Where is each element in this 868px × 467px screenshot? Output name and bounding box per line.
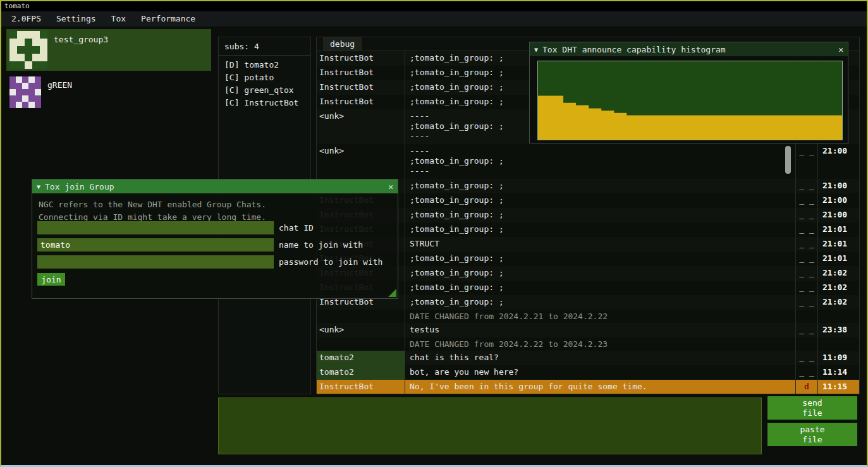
chat-id-label: chat ID — [279, 223, 314, 233]
close-icon[interactable]: ✕ — [382, 182, 393, 191]
chat-sender: <unk> — [317, 144, 405, 179]
chat-id-row: chat ID — [37, 221, 314, 234]
composer-input[interactable] — [218, 397, 762, 454]
group-avatar — [9, 31, 47, 69]
collapse-arrow-icon[interactable]: ▼ — [534, 46, 538, 53]
chat-flags: _ _ — [795, 252, 817, 266]
tab-debug[interactable]: debug — [323, 37, 362, 51]
chat-flags: _ _ — [795, 193, 817, 208]
chat-flags — [795, 310, 817, 323]
join-password-input[interactable] — [37, 255, 274, 269]
chat-timestamp: 21:02 — [817, 295, 859, 310]
chat-timestamp: 21:00 — [817, 144, 859, 179]
menu-bar: 2.0FPSSettingsToxPerformance — [1, 11, 867, 27]
divider — [219, 55, 310, 56]
chat-sender: InstructBot — [317, 66, 405, 80]
chat-message: ;tomato_in_group: ; — [405, 193, 795, 208]
chat-timestamp: 11:15 — [817, 380, 859, 394]
chat-message: ---- ;tomato_in_group: ; ---- — [405, 144, 795, 179]
window-titlebar: tomato — [1, 1, 867, 11]
chat-flags: _ _ — [795, 179, 817, 193]
chat-scrollbar-thumb[interactable] — [785, 146, 791, 174]
chat-flags: _ _ — [795, 295, 817, 310]
close-icon[interactable]: ✕ — [832, 45, 843, 54]
chat-row[interactable]: tomato2chat is this real?_ _11:09 — [317, 351, 859, 365]
chat-message: ;tomato_in_group: ; — [405, 252, 795, 266]
chat-row[interactable]: tomato2bot, are you new here?_ _11:14 — [317, 365, 859, 380]
chat-sender: InstructBot — [317, 51, 405, 66]
chat-timestamp: 21:02 — [817, 281, 859, 295]
chat-message: testus — [405, 323, 795, 337]
chat-message: ;tomato_in_group: ; — [405, 266, 795, 281]
chat-timestamp: 11:14 — [817, 365, 859, 380]
chat-message: ;tomato_in_group: ; — [405, 179, 795, 193]
chat-flags — [795, 337, 817, 351]
join-name-input[interactable] — [37, 238, 274, 252]
chat-timestamp: 21:00 — [817, 179, 859, 193]
chat-message: chat is this real? — [405, 351, 795, 365]
member-list: [D] tomato2[C] potato[C] green_qtox[C] I… — [219, 59, 310, 109]
chat-timestamp: 21:00 — [817, 193, 859, 208]
chat-row[interactable]: DATE CHANGED from 2024.2.21 to 2024.2.22 — [317, 310, 859, 323]
chat-sender: InstructBot — [317, 95, 405, 109]
chat-id-input[interactable] — [37, 221, 274, 234]
chat-row[interactable]: DATE CHANGED from 2024.2.22 to 2024.2.23 — [317, 337, 859, 351]
chat-sender: tomato2 — [317, 351, 405, 365]
menu-item-tox[interactable]: Tox — [104, 11, 133, 27]
member-list-item[interactable]: [D] tomato2 — [219, 59, 310, 71]
join-group-titlebar[interactable]: ▼ Tox join Group ✕ — [32, 179, 398, 193]
chat-flags: _ _ — [795, 281, 817, 295]
chat-sender: <unk> — [317, 109, 405, 144]
chat-sender: InstructBot — [317, 80, 405, 95]
group-item-gREEN[interactable]: gREEN — [6, 75, 211, 110]
dht-histogram-chart — [537, 61, 843, 140]
member-list-item[interactable]: [C] green_qtox — [219, 84, 310, 97]
chat-timestamp — [817, 310, 859, 323]
chat-sender — [317, 337, 405, 351]
join-button[interactable]: join — [37, 273, 65, 286]
chat-message: bot, are you new here? — [405, 365, 795, 380]
chat-sender: tomato2 — [317, 365, 405, 380]
chat-message: ;tomato_in_group: ; — [405, 295, 795, 310]
chat-sender: <unk> — [317, 323, 405, 337]
chat-flags: _ _ — [795, 266, 817, 281]
chat-timestamp: 11:09 — [817, 351, 859, 365]
member-list-item[interactable]: [C] InstructBot — [219, 97, 310, 109]
chat-flags: _ _ — [795, 323, 817, 337]
menu-item-performance[interactable]: Performance — [133, 11, 203, 27]
join-group-title: Tox join Group — [45, 182, 382, 191]
subs-count: subs: 4 — [219, 37, 310, 54]
member-list-item[interactable]: [C] potato — [219, 71, 310, 84]
group-item-test_group3[interactable]: test_group3 — [6, 29, 211, 71]
chat-message: STRUCT — [405, 237, 795, 252]
menu-item-settings[interactable]: Settings — [49, 11, 104, 27]
chat-message: DATE CHANGED from 2024.2.22 to 2024.2.23 — [405, 337, 795, 351]
chat-timestamp: 21:01 — [817, 222, 859, 237]
chat-row[interactable]: <unk>---- ;tomato_in_group: ; ----_ _21:… — [317, 144, 859, 179]
chat-row[interactable]: <unk>testus_ _23:38 — [317, 323, 859, 337]
collapse-arrow-icon[interactable]: ▼ — [37, 183, 40, 190]
chat-message: DATE CHANGED from 2024.2.21 to 2024.2.22 — [405, 310, 795, 323]
chat-sender — [317, 310, 405, 323]
group-name: gREEN — [47, 80, 72, 110]
chat-flags: _ _ — [795, 365, 817, 380]
chat-timestamp: 21:02 — [817, 266, 859, 281]
chat-row[interactable]: InstructBotNo, I've been in this group f… — [317, 380, 859, 394]
dht-histogram-title: Tox DHT announce capability histogram — [542, 45, 832, 54]
app-window: tomato 2.0FPSSettingsToxPerformance test… — [0, 0, 868, 467]
chat-flags: _ _ — [795, 144, 817, 179]
join-password-row: password to join with — [37, 255, 382, 269]
join-group-description: NGC refers to the New DHT enabled Group … — [32, 193, 398, 224]
join-name-label: name to join with — [279, 240, 363, 250]
chat-message: ;tomato_in_group: ; — [405, 208, 795, 222]
chat-sender: InstructBot — [317, 380, 405, 394]
resize-grip-icon[interactable] — [388, 289, 396, 297]
chat-flags: _ _ — [795, 222, 817, 237]
chat-flags: d — [795, 380, 817, 394]
fps-counter: 2.0FPS — [4, 11, 49, 27]
dht-histogram-titlebar[interactable]: ▼ Tox DHT announce capability histogram … — [530, 42, 848, 56]
group-avatar — [9, 76, 41, 108]
send-file-button[interactable]: send file — [767, 396, 857, 420]
join-info-line: NGC refers to the New DHT enabled Group … — [39, 198, 391, 211]
paste-file-button[interactable]: paste file — [767, 423, 857, 446]
